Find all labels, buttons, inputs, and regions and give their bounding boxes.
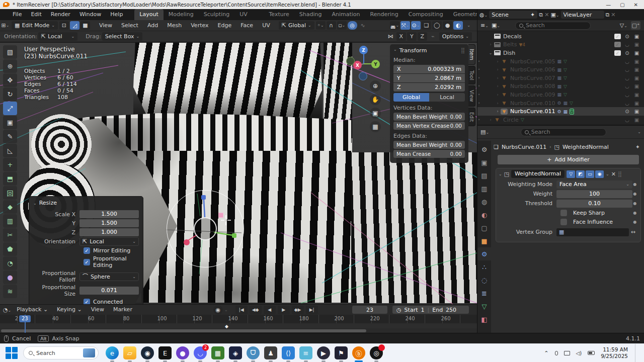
timeline-menu-playback[interactable]: Playback ⌄ <box>12 304 52 315</box>
expander-icon[interactable]: › <box>495 84 501 88</box>
timeline-ruler[interactable]: 2406080100120140160180200220240260 <box>0 315 477 323</box>
taskbar-app-steam[interactable]: ◉ <box>141 346 154 359</box>
outliner-search-input[interactable]: Search <box>515 22 591 30</box>
vertex-select-mode-button[interactable]: ⊡ <box>59 21 69 30</box>
workspace-tab-texture-paint[interactable]: Texture Paint <box>264 9 294 20</box>
timeline-track[interactable] <box>0 323 477 328</box>
taskbar-app-github[interactable]: ● <box>176 346 189 359</box>
proportional-editing-checkbox[interactable]: ✓Proportional Editing <box>84 255 139 268</box>
microphone-icon[interactable] <box>555 351 558 355</box>
editor-type-icon[interactable]: ▤⌄ <box>480 129 489 135</box>
eye-closed-icon[interactable]: ◡ <box>624 59 630 64</box>
collapse-arrow-icon[interactable]: ⌄ <box>499 172 502 176</box>
taskbar-app-file-explorer[interactable]: ▱ <box>123 346 136 359</box>
tool-tweak-select-box[interactable]: ▧ <box>3 45 17 59</box>
field-weighting-mode[interactable]: Face Area⌄ <box>556 180 632 189</box>
eye-closed-icon[interactable]: ◡ <box>624 75 630 81</box>
camera-view-icon[interactable]: ▣ <box>370 108 381 119</box>
menu-edit[interactable]: Edit <box>26 9 46 20</box>
properties-tab-world[interactable]: ◐ <box>477 208 491 221</box>
eye-open-icon[interactable]: ⊙ <box>624 34 630 39</box>
drag-mode-dropdown[interactable]: Select Box⌄ <box>102 32 143 41</box>
proportional-editing-toggle[interactable]: ◎ <box>348 21 357 30</box>
start-value[interactable]: 1 <box>421 307 424 313</box>
extras-dropdown-icon[interactable]: ⌄ <box>606 172 609 176</box>
expander-icon[interactable]: › <box>495 67 501 72</box>
camera-render-icon[interactable]: ▣ <box>633 101 640 106</box>
timeline-menu-marker[interactable]: Marker <box>109 304 137 315</box>
tool-edge-slide[interactable]: ≋ <box>3 285 17 298</box>
view-layer-selector[interactable]: ViewLayer <box>561 11 604 19</box>
sidebar-tab-view[interactable]: View <box>468 85 475 107</box>
viewport-menu-mesh[interactable]: Mesh <box>163 20 186 31</box>
play-reverse-button[interactable]: ◀ <box>264 306 276 314</box>
drag-handle-icon[interactable]: ⣿ <box>461 47 465 54</box>
median-z-field[interactable]: Z2.0292 m <box>393 83 465 92</box>
vertex-group-field[interactable]: ▦ <box>556 228 629 236</box>
expander-icon[interactable]: › <box>495 59 501 64</box>
taskbar-clock[interactable]: 11:59 AM 9/25/2025 <box>601 346 628 359</box>
viewport-menu-uv[interactable]: UV <box>258 20 275 31</box>
modifier-toggle-1[interactable]: ◩ <box>576 170 585 178</box>
shading-solid-button[interactable]: ● <box>443 21 452 30</box>
frame-range-fields[interactable]: ◷ Start 1 | End 250 <box>392 306 469 314</box>
taskbar-app-obs[interactable]: ◎ <box>370 346 383 359</box>
add-modifier-button[interactable]: +Add Modifier <box>498 155 639 164</box>
animate-dot-icon[interactable]: ● <box>632 220 637 224</box>
viewport-menu-edge[interactable]: Edge <box>213 20 236 31</box>
camera-render-icon[interactable]: ▣ <box>633 92 640 98</box>
tool-cursor[interactable]: ⊕ <box>3 59 17 73</box>
tool-spin[interactable]: ◔ <box>3 256 17 270</box>
drag-handle-icon[interactable]: ⣿ <box>618 171 622 177</box>
outliner-row-nurbscurve-009[interactable]: •›▼NurbsCurve.009▦▽◡▣ <box>477 90 644 99</box>
shading-wireframe-button[interactable]: ◯ <box>432 21 442 30</box>
properties-tab-output[interactable]: ▤ <box>477 169 491 182</box>
mean-field[interactable]: Mean Crease0.00 <box>393 150 465 158</box>
menu-file[interactable]: File <box>8 9 26 20</box>
camera-render-icon[interactable]: ▣ <box>633 67 640 72</box>
outliner-row-nurbscurve-006[interactable]: •›▼NurbsCurve.006▦▽◡▣ <box>477 65 644 74</box>
taskbar-app-discord[interactable]: ◡2 <box>194 346 207 359</box>
tool-knife[interactable]: ✂ <box>3 228 17 242</box>
camera-render-icon[interactable]: ▣ <box>633 83 640 89</box>
mirror-editing-checkbox[interactable]: ✓Mirror Editing <box>84 247 139 254</box>
modifier-name-field[interactable]: WeightedNormal <box>511 170 565 178</box>
viewport-menu-face[interactable]: Face <box>236 20 258 31</box>
collapse-arrow-icon[interactable]: ⌄ <box>33 201 37 206</box>
previous-keyframe-button[interactable]: ◀◆ <box>250 306 262 314</box>
workspace-tab-layout[interactable]: Layout <box>134 9 163 20</box>
sidebar-tab-tool[interactable]: Tool <box>468 66 475 84</box>
auto-keying-toggle[interactable]: ◉ <box>213 306 223 314</box>
play-button[interactable]: ▶ <box>278 306 290 314</box>
properties-tab-collection[interactable]: ▢ <box>477 221 491 234</box>
eye-closed-icon[interactable]: ◡ <box>624 101 630 106</box>
timeline-menu-view[interactable]: View <box>87 304 109 315</box>
pan-hand-icon[interactable]: ✋ <box>370 94 381 105</box>
animate-dot-icon[interactable]: ● <box>632 182 637 187</box>
outliner-row-dish[interactable]: ⌄Dish✓⊙▣ <box>477 49 644 57</box>
viewport-menu-select[interactable]: Select <box>117 20 143 31</box>
mode-dropdown[interactable]: ▦Edit Mode⌄ <box>12 21 58 30</box>
current-frame-badge[interactable]: 23 <box>19 315 31 322</box>
taskbar-app-aseprite[interactable]: ◈ <box>229 346 242 359</box>
workspace-tab-rendering[interactable]: Rendering <box>365 9 404 20</box>
filter-type-dropdown[interactable]: ▣⌄ <box>492 22 500 29</box>
scene-selector[interactable]: Scene✦ <box>489 11 537 19</box>
breadcrumb-object[interactable]: NurbsCurve.011 <box>502 144 546 150</box>
expander-icon[interactable]: › <box>495 76 501 80</box>
timeline-menu-keying[interactable]: Keying ⌄ <box>52 304 87 315</box>
scale-scale-x-field[interactable]: 1.500 <box>79 210 139 218</box>
editor-type-icon[interactable]: ⊞⌄ <box>1 21 10 30</box>
local-space-button[interactable]: Local <box>429 93 465 102</box>
jump-to-end-button[interactable]: ▶| <box>306 306 318 314</box>
tool-loop-cut[interactable]: ▥ <box>3 214 17 228</box>
outliner-row-nurbscurve-005[interactable]: •›▼NurbsCurve.005▦▽◡▣ <box>477 57 644 66</box>
taskbar-search-input[interactable]: Search <box>23 346 99 359</box>
filter-funnel-dropdown[interactable]: ▽⌄ <box>620 22 627 29</box>
outliner-row-decals[interactable]: Decals✓⊙▣ <box>477 32 644 41</box>
checkbox-keep-sharp[interactable]: Keep Sharp● <box>496 208 640 217</box>
menu-help[interactable]: Help <box>106 9 127 20</box>
display-mode-dropdown[interactable]: ≡⌄ <box>480 22 489 29</box>
start-button[interactable] <box>5 346 18 359</box>
workspace-tab-compositing[interactable]: Compositing <box>404 9 448 20</box>
